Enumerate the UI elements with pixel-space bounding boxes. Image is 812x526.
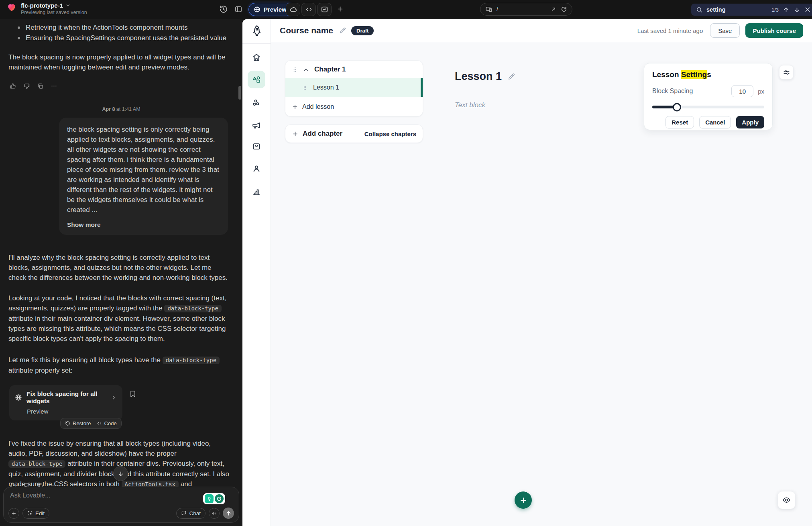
sidebar-item-home[interactable] [248,49,265,66]
open-external-icon[interactable] [550,6,557,12]
url-bar[interactable]: / [480,3,572,16]
bookmark-icon [129,390,137,398]
collapse-chapters-button[interactable]: Collapse chapters [364,130,416,137]
block-spacing-slider[interactable] [652,102,764,111]
cloud-button[interactable] [286,3,300,16]
lesson-heading: Lesson 1 [455,70,515,83]
sidebar-item-analytics[interactable] [248,183,265,200]
project-name: flc-prototype-1 [21,2,63,9]
add-chapter-button[interactable]: Add chapter [292,130,342,138]
bullet-item: Retrieving it when the ActionTools compo… [18,22,230,33]
chapter-header[interactable]: Chapter 1 [285,61,423,78]
app-header: Course name Draft Last saved 1 minute ag… [271,19,812,42]
save-button[interactable]: Save [710,23,740,38]
restore-icon [65,421,70,426]
sidebar-item-courses[interactable] [248,71,265,88]
add-lesson-label: Add lesson [302,103,334,110]
add-chapter-card: Add chapter Collapse chapters [285,124,423,143]
edit-mode-button[interactable]: Edit [22,508,49,519]
show-more-link[interactable]: Show more [67,221,220,228]
slider-track[interactable] [652,106,764,108]
add-tab-button[interactable] [336,5,344,13]
status-badge: Draft [351,26,374,35]
find-previous-button[interactable] [783,6,790,13]
more-actions-button[interactable] [51,83,57,90]
edit-select-icon [27,510,33,516]
shapes-icon [252,75,261,84]
assistant-paragraph: The block spacing is now properly applie… [8,52,230,72]
sidebar-item-marketing[interactable] [248,116,265,134]
edit-mode-label: Edit [35,510,45,516]
version-card[interactable]: Fix block spacing for all widgets Previe… [9,385,122,420]
preview-toggle-button[interactable] [777,491,796,509]
settings-toggle-button[interactable] [779,65,794,80]
slider-thumb[interactable] [673,103,681,111]
attach-button[interactable] [8,508,19,519]
edit-lesson-title-button[interactable] [507,73,515,81]
sidebar-item-community[interactable] [248,94,265,112]
refresh-icon[interactable] [561,6,567,12]
add-block-fab[interactable] [515,491,532,509]
thumbs-up-icon [10,83,16,90]
add-lesson-button[interactable]: Add lesson [285,97,423,116]
reset-button[interactable]: Reset [665,116,694,128]
code-button[interactable] [301,3,316,16]
screen: flc-prototype-1 Previewing last saved ve… [0,0,812,526]
assistant-paragraph: Let me fix this by ensuring all block ty… [8,355,230,375]
bullet-item: Ensuring the SpacingSettings component u… [18,33,230,43]
voice-input-button[interactable] [209,508,220,519]
edit-course-name-button[interactable] [339,27,346,35]
cancel-button[interactable]: Cancel [699,116,731,128]
circles-icon [252,98,261,108]
history-button[interactable] [219,5,228,14]
rocket-icon [250,24,263,37]
code-button[interactable]: Code [97,420,117,426]
project-menu[interactable]: flc-prototype-1 Previewing last saved ve… [6,2,87,16]
chat-mode-button[interactable]: Chat [176,508,206,519]
sidebar-item-profile[interactable] [248,160,265,177]
restore-button[interactable]: Restore [65,420,91,426]
url-path: / [497,6,546,12]
sidebar-item-store[interactable] [248,137,265,155]
code-icon [305,6,313,13]
thumbs-down-icon [23,83,30,90]
plus-icon [519,496,527,504]
find-query[interactable]: setting [706,6,767,13]
chat-input[interactable] [10,492,203,504]
thumbs-down-button[interactable] [23,83,30,90]
block-spacing-input[interactable] [731,85,753,97]
publish-course-button[interactable]: Publish course [745,23,803,38]
scroll-to-bottom-button[interactable] [113,466,128,481]
lovable-logo-icon [6,2,17,12]
version-card-row: Fix block spacing for all widgets Previe… [9,385,242,420]
bookmark-button[interactable] [129,390,137,398]
grammarly-icon: G [215,494,224,503]
sidebar-divider [242,43,271,44]
drag-handle-icon[interactable] [292,67,298,73]
plus-icon [292,104,298,110]
apply-button[interactable]: Apply [736,116,764,128]
message-actions [10,83,242,90]
find-close-button[interactable] [804,6,811,13]
find-next-button[interactable] [794,6,800,13]
find-count: 1/3 [771,7,779,13]
analytics-button[interactable] [317,3,332,16]
chapter-card: Chapter 1 Lesson 1 Add lesson [285,60,423,116]
thumbs-up-button[interactable] [10,83,16,90]
lesson-row-selected[interactable]: Lesson 1 [285,78,423,97]
send-button[interactable] [223,508,234,519]
chat-mode-label: Chat [189,510,201,516]
sidebar-toggle-button[interactable] [234,5,242,13]
preview-button-label: Preview [264,6,287,13]
waveform-icon [212,511,217,516]
chevron-up-icon[interactable] [303,67,309,73]
pencil-icon [507,73,515,81]
drag-handle-icon[interactable] [302,85,307,90]
copy-button[interactable] [37,83,44,90]
chevron-down-icon [65,3,71,8]
chat-scrollbar-thumb[interactable] [238,86,241,100]
app-logo[interactable] [242,24,271,37]
globe-icon [254,6,260,13]
text-block-placeholder[interactable]: Text block [455,101,485,109]
grammarly-widget[interactable]: G [203,493,225,504]
